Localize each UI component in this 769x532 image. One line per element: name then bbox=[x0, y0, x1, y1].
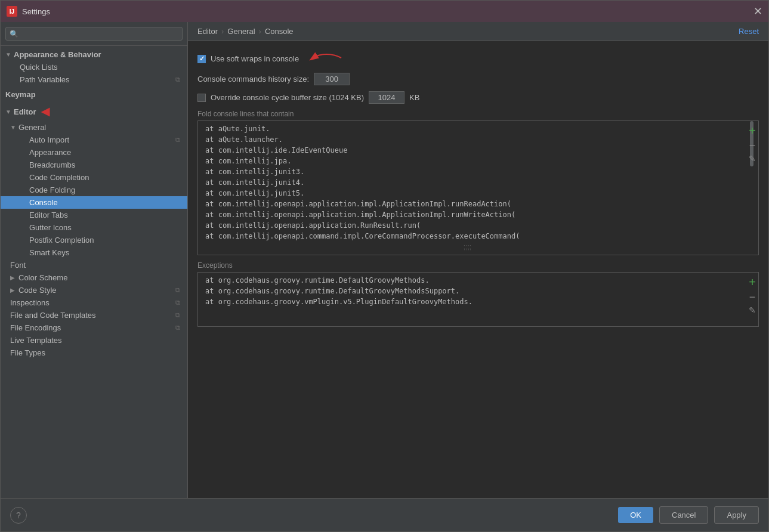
sidebar-item-breadcrumbs[interactable]: Breadcrumbs bbox=[1, 159, 187, 171]
breadcrumb: Editor › General › Console bbox=[197, 27, 294, 36]
list-item[interactable]: at com.intellij.openapi.application.impl… bbox=[198, 209, 737, 220]
sidebar-item-quick-lists[interactable]: Quick Lists bbox=[1, 61, 187, 73]
editor-annotation-arrow: ◀ bbox=[41, 105, 50, 118]
search-bar: 🔍 bbox=[1, 22, 187, 46]
sidebar-item-font[interactable]: Font bbox=[1, 259, 187, 271]
help-button[interactable]: ? bbox=[10, 507, 27, 524]
code-style-copy-icon: ⧉ bbox=[175, 286, 180, 294]
exceptions-section: Exceptions at org.codehaus.groovy.runtim… bbox=[197, 261, 759, 327]
search-icon: 🔍 bbox=[10, 30, 18, 38]
sidebar-item-file-code-templates[interactable]: File and Code Templates ⧉ bbox=[1, 309, 187, 321]
sidebar-item-auto-import[interactable]: Auto Import ⧉ bbox=[1, 134, 187, 146]
sidebar-item-gutter-icons[interactable]: Gutter Icons bbox=[1, 221, 187, 234]
sidebar-item-code-style[interactable]: Code Style ⧉ bbox=[1, 284, 187, 296]
title-bar: IJ Settings ✕ bbox=[1, 1, 768, 22]
list-item[interactable]: at com.intellij.junit3. bbox=[198, 166, 737, 177]
sidebar-item-editor[interactable]: Editor ◀ bbox=[1, 103, 187, 120]
fold-edit-button[interactable]: ✎ bbox=[748, 153, 757, 164]
inspections-copy-icon: ⧉ bbox=[175, 299, 180, 307]
code-style-arrow bbox=[10, 287, 16, 293]
history-row: Console commands history size: bbox=[197, 73, 759, 85]
override-label: Override console cycle buffer size (1024… bbox=[211, 93, 364, 102]
file-encodings-copy-icon: ⧉ bbox=[175, 324, 180, 332]
breadcrumb-general: General bbox=[227, 27, 255, 36]
search-input[interactable] bbox=[21, 29, 178, 38]
soft-wrap-arrow-annotation bbox=[308, 51, 344, 67]
list-item[interactable]: at org.codehaus.groovy.vmPlugin.v5.Plugi… bbox=[198, 296, 737, 307]
sidebar-item-editor-tabs[interactable]: Editor Tabs bbox=[1, 209, 187, 221]
exceptions-list-area: at org.codehaus.groovy.runtime.DefaultGr… bbox=[197, 272, 759, 327]
sidebar-item-appearance-behavior[interactable]: Appearance & Behavior bbox=[1, 48, 187, 61]
ok-button[interactable]: OK bbox=[618, 507, 653, 523]
exceptions-side-controls: + − ✎ bbox=[748, 275, 757, 316]
fold-remove-button[interactable]: − bbox=[748, 139, 757, 152]
list-item[interactable]: at com.intellij.jpa. bbox=[198, 156, 737, 166]
list-item[interactable]: at com.intellij.openapi.application.RunR… bbox=[198, 220, 737, 231]
soft-wrap-row: Use soft wraps in console bbox=[197, 51, 759, 67]
fold-add-button[interactable]: + bbox=[748, 123, 757, 138]
cancel-button[interactable]: Cancel bbox=[659, 506, 708, 524]
title-bar-left: IJ Settings bbox=[7, 6, 50, 17]
fold-section: Fold console lines that contain at aQute… bbox=[197, 110, 759, 255]
content-area: 🔍 Appearance & Behavior Quick Lists Path… bbox=[1, 22, 768, 498]
breadcrumb-bar: Editor › General › Console Reset bbox=[188, 22, 768, 41]
expand-arrow bbox=[5, 51, 11, 58]
sidebar-item-inspections[interactable]: Inspections ⧉ bbox=[1, 296, 187, 309]
sidebar-item-postfix-completion[interactable]: Postfix Completion bbox=[1, 234, 187, 246]
sidebar-item-general[interactable]: General bbox=[1, 121, 187, 134]
list-item[interactable]: at org.codehaus.groovy.runtime.DefaultGr… bbox=[198, 275, 737, 286]
sidebar-item-file-encodings[interactable]: File Encodings ⧉ bbox=[1, 321, 187, 334]
panel-content: Use soft wraps in console bbox=[188, 41, 768, 498]
override-checkbox[interactable] bbox=[197, 94, 206, 102]
editor-expand-arrow bbox=[5, 109, 11, 115]
sidebar-item-color-scheme[interactable]: Color Scheme bbox=[1, 271, 187, 284]
exceptions-list: at org.codehaus.groovy.runtime.DefaultGr… bbox=[198, 273, 758, 326]
sidebar: 🔍 Appearance & Behavior Quick Lists Path… bbox=[1, 22, 188, 498]
sidebar-item-code-folding[interactable]: Code Folding bbox=[1, 184, 187, 196]
fold-separator: ;;;; bbox=[198, 242, 737, 252]
breadcrumb-editor: Editor bbox=[197, 27, 218, 36]
reset-link[interactable]: Reset bbox=[739, 27, 759, 36]
copy-icon: ⧉ bbox=[175, 76, 180, 83]
window-title: Settings bbox=[22, 7, 50, 16]
list-item[interactable]: at com.intellij.openapi.application.impl… bbox=[198, 199, 737, 209]
breadcrumb-sep-2: › bbox=[259, 27, 261, 36]
color-scheme-arrow bbox=[10, 274, 16, 281]
exceptions-remove-button[interactable]: − bbox=[748, 290, 757, 304]
list-item[interactable]: at com.intellij.openapi.command.impl.Cor… bbox=[198, 231, 737, 242]
history-label: Console commands history size: bbox=[197, 75, 309, 83]
breadcrumb-console: Console bbox=[265, 27, 294, 36]
sidebar-item-code-completion[interactable]: Code Completion bbox=[1, 171, 187, 184]
sidebar-item-console[interactable]: Console bbox=[1, 196, 187, 209]
exceptions-edit-button[interactable]: ✎ bbox=[748, 305, 757, 316]
exceptions-add-button[interactable]: + bbox=[748, 275, 757, 289]
list-item[interactable]: at aQute.junit. bbox=[198, 123, 737, 134]
list-item[interactable]: at com.intellij.ide.IdeEventQueue bbox=[198, 145, 737, 156]
main-panel: Editor › General › Console Reset Use sof… bbox=[188, 22, 768, 498]
sidebar-item-smart-keys[interactable]: Smart Keys bbox=[1, 246, 187, 259]
general-expand-arrow bbox=[10, 124, 16, 131]
search-wrap: 🔍 bbox=[5, 27, 183, 41]
soft-wrap-checkbox[interactable] bbox=[197, 55, 206, 63]
breadcrumb-sep-1: › bbox=[221, 27, 224, 36]
app-icon: IJ bbox=[7, 6, 17, 17]
nav-tree: Appearance & Behavior Quick Lists Path V… bbox=[1, 46, 187, 498]
bottom-bar: ? OK Cancel Apply bbox=[1, 498, 768, 531]
sidebar-item-appearance[interactable]: Appearance bbox=[1, 146, 187, 159]
list-item[interactable]: at org.codehaus.groovy.runtime.DefaultGr… bbox=[198, 286, 737, 296]
sidebar-item-path-variables[interactable]: Path Variables ⧉ bbox=[1, 73, 187, 86]
bottom-left: ? bbox=[10, 507, 27, 524]
list-item[interactable]: at com.intellij.junit5. bbox=[198, 188, 737, 199]
sidebar-item-keymap[interactable]: Keymap bbox=[1, 88, 187, 101]
apply-button[interactable]: Apply bbox=[714, 506, 759, 524]
fold-list: at aQute.junit. at aQute.launcher. at co… bbox=[198, 121, 758, 255]
override-row: Override console cycle buffer size (1024… bbox=[197, 91, 759, 104]
history-input[interactable] bbox=[314, 73, 350, 85]
sidebar-item-file-types[interactable]: File Types bbox=[1, 347, 187, 359]
list-item[interactable]: at com.intellij.junit4. bbox=[198, 177, 737, 188]
list-item[interactable]: at aQute.launcher. bbox=[198, 134, 737, 145]
close-button[interactable]: ✕ bbox=[753, 6, 762, 17]
override-input[interactable] bbox=[369, 91, 404, 104]
auto-import-copy-icon: ⧉ bbox=[175, 136, 180, 144]
sidebar-item-live-templates[interactable]: Live Templates bbox=[1, 334, 187, 347]
